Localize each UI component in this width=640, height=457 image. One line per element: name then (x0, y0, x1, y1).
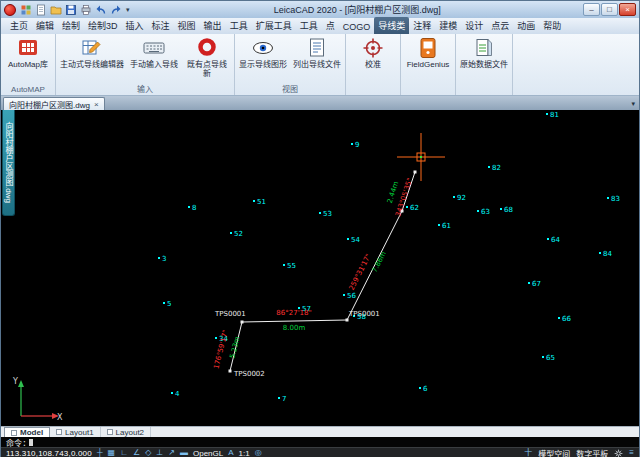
layout-tab-layout2[interactable]: Layout2 (101, 427, 151, 437)
drawing-side-tab[interactable]: 向阳村棚户区测图.dwg (2, 110, 15, 216)
ribbon-tab-14[interactable]: 注释 (409, 17, 435, 34)
undo-icon[interactable] (94, 3, 107, 16)
survey-point[interactable] (599, 252, 601, 254)
survey-point[interactable] (230, 232, 232, 234)
leicacad-logo-icon[interactable] (4, 4, 16, 16)
document-tab[interactable]: 向阳村棚户区测图.dwg × (3, 97, 105, 110)
ribbon-tab-13[interactable]: 导线类 (374, 17, 409, 34)
survey-point[interactable] (278, 397, 280, 399)
tablet-button[interactable]: 数字平板 (576, 448, 608, 457)
survey-point[interactable] (215, 337, 217, 339)
ribbon-tab-6[interactable]: 视图 (174, 17, 200, 34)
survey-point[interactable] (547, 238, 549, 240)
minimize-button[interactable]: – (583, 3, 600, 16)
ribbon-button-2-0[interactable]: 显示导线图形 (236, 35, 290, 69)
survey-point[interactable] (283, 264, 285, 266)
survey-point[interactable] (500, 208, 502, 210)
ribbon-tab-16[interactable]: 设计 (461, 17, 487, 34)
otrack-toggle[interactable]: ⊥ (156, 448, 163, 457)
annoscale-display[interactable]: 1:1 (239, 449, 250, 457)
redo-icon[interactable] (109, 3, 122, 16)
settings-gear-icon[interactable] (614, 449, 623, 457)
ribbon-tab-19[interactable]: 帮助 (539, 17, 565, 34)
maximize-button[interactable]: □ (601, 3, 618, 16)
ribbon-tab-12[interactable]: COGO (339, 20, 375, 34)
ribbon-button-3-0[interactable]: 校准 (347, 35, 399, 69)
survey-point[interactable] (542, 356, 544, 358)
ribbon-tab-7[interactable]: 输出 (200, 17, 226, 34)
new-file-icon[interactable] (34, 3, 47, 16)
ribbon-button-1-2[interactable]: 既有点导线新 (181, 35, 233, 78)
ribbon-tab-17[interactable]: 点云 (487, 17, 513, 34)
dyn-toggle[interactable]: ↗ (168, 448, 175, 457)
survey-point[interactable] (453, 196, 455, 198)
print-icon[interactable] (79, 3, 92, 16)
close-button[interactable]: × (619, 3, 636, 16)
survey-point[interactable] (419, 387, 421, 389)
survey-point[interactable] (188, 206, 190, 208)
ribbon-tab-9[interactable]: 扩展工具 (252, 17, 296, 34)
ribbon-tab-10[interactable]: 工具 (296, 17, 322, 34)
ribbon-tab-5[interactable]: 标注 (148, 17, 174, 34)
lineweight-toggle[interactable]: ▬ (180, 448, 188, 457)
ribbon-tab-15[interactable]: 建模 (435, 17, 461, 34)
survey-point[interactable] (319, 212, 321, 214)
snap-toggle[interactable]: ┼ (97, 448, 103, 457)
ribbon-tab-1[interactable]: 编辑 (32, 17, 58, 34)
ribbon-tab-4[interactable]: 插入 (122, 17, 148, 34)
ribbon-button-1-0[interactable]: 主动式导线编辑器 (57, 35, 127, 69)
survey-point[interactable] (558, 317, 560, 319)
document-tab-close-icon[interactable]: × (94, 100, 99, 109)
survey-point[interactable] (546, 113, 548, 115)
survey-point[interactable] (163, 302, 165, 304)
survey-point[interactable] (347, 238, 349, 240)
ribbon-tab-8[interactable]: 工具 (226, 17, 252, 34)
osnap-toggle[interactable]: ◇ (145, 448, 151, 457)
survey-point[interactable] (406, 206, 408, 208)
save-file-icon[interactable] (64, 3, 77, 16)
grid-toggle[interactable]: ▦ (108, 448, 116, 457)
ribbon-tab-3[interactable]: 绘制3D (84, 17, 122, 34)
ribbon-tab-2[interactable]: 绘制 (58, 17, 84, 34)
ribbon-tab-18[interactable]: 动画 (513, 17, 539, 34)
drawing-canvas[interactable]: 8198292835186268635361525464843556756557… (1, 110, 639, 426)
survey-point[interactable] (477, 210, 479, 212)
open-file-icon[interactable] (49, 3, 62, 16)
survey-point[interactable] (171, 392, 173, 394)
survey-point[interactable] (158, 257, 160, 259)
ribbon-button-4-0[interactable]: FieldGenius (402, 35, 454, 69)
ribbon-button-2-1[interactable]: 列出导线文件 (290, 35, 344, 69)
qat-dropdown-icon[interactable]: ▾ (124, 6, 132, 14)
polar-toggle[interactable]: ∠ (133, 448, 140, 457)
survey-point[interactable] (528, 282, 530, 284)
model-space-button[interactable]: 模型空间 (538, 448, 570, 457)
ribbon-tab-0[interactable]: 主页 (6, 17, 32, 34)
survey-point[interactable] (351, 143, 353, 145)
cad-drawing[interactable]: 8198292835186268635361525464843556756557… (1, 110, 640, 426)
ribbon-tab-11[interactable]: 点 (322, 17, 339, 34)
annotation-toggle[interactable]: A (228, 448, 233, 457)
traverse-vertex[interactable] (346, 319, 349, 322)
layout-tab-layout1[interactable]: Layout1 (50, 427, 100, 437)
traverse-vertex[interactable] (241, 321, 244, 324)
survey-point[interactable] (607, 197, 609, 199)
ortho-toggle[interactable]: ∟ (120, 448, 128, 457)
ribbon-button-5-0[interactable]: 原始数据文件 (457, 35, 511, 69)
ribbon-button-1-1[interactable]: 手动输入导线 (127, 35, 181, 69)
status-menu-icon[interactable]: ≡ (629, 448, 634, 457)
opengl-button[interactable]: OpenGL (193, 449, 223, 457)
survey-point[interactable] (438, 224, 440, 226)
layout-tab-model[interactable]: Model (4, 427, 50, 437)
document-tabs-menu-icon[interactable]: ▾ (631, 100, 639, 110)
survey-point[interactable] (343, 294, 345, 296)
traverse-vertex[interactable] (229, 370, 232, 373)
ribbon-button-0-0[interactable]: AutoMap库 (2, 35, 54, 69)
ribbon-group-0: AutoMap库AutoMAP (1, 34, 56, 95)
menu-grid-icon[interactable] (19, 3, 32, 16)
command-line[interactable]: 命令: (1, 437, 639, 447)
clean-screen-toggle[interactable]: ◎ (255, 448, 262, 457)
traverse-vertex[interactable] (414, 171, 417, 174)
survey-point[interactable] (253, 200, 255, 202)
survey-point[interactable] (488, 166, 490, 168)
crosshair-toggle[interactable]: 十 (524, 448, 532, 457)
